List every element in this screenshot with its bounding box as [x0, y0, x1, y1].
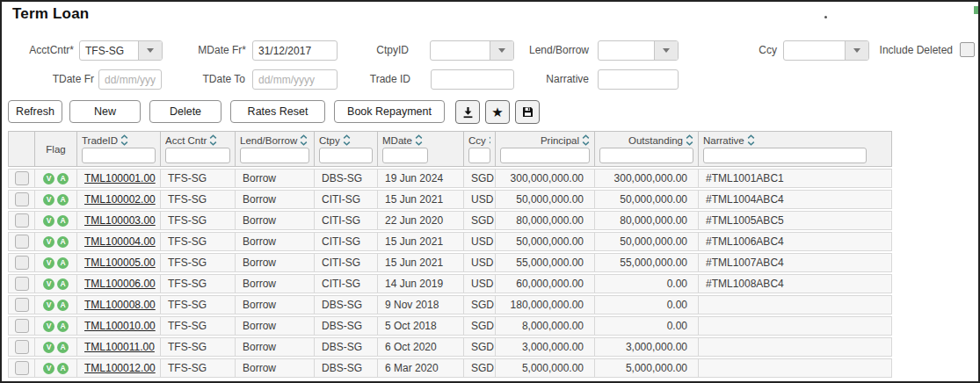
favorite-button[interactable]: ★ — [485, 100, 510, 124]
dropdown-caret-button[interactable] — [138, 41, 162, 60]
ctpy-filter-input[interactable] — [319, 148, 373, 163]
outstanding-cell: 50,000,000.00 — [595, 233, 699, 250]
mdate-fr-input[interactable] — [252, 40, 338, 61]
acct-cntr-filter-input[interactable] — [165, 148, 230, 163]
row-checkbox[interactable] — [15, 235, 29, 249]
row-checkbox[interactable] — [15, 256, 29, 270]
outstanding-cell: 300,000,000.00 — [595, 170, 699, 187]
principal-column-header[interactable]: Principal — [496, 132, 595, 166]
sort-icon[interactable] — [582, 134, 590, 146]
dropdown-caret-button[interactable] — [490, 41, 513, 60]
trade-id-link[interactable]: TML100010.00 — [84, 320, 156, 332]
table-row[interactable]: V A TML100004.00 TFS-SG Borrow CITI-SG 1… — [8, 232, 892, 251]
narrative-input[interactable] — [598, 69, 679, 90]
trade-id-input[interactable] — [431, 69, 514, 90]
tradeid-filter-input[interactable] — [82, 148, 156, 163]
row-checkbox[interactable] — [15, 361, 29, 375]
narrative-cell: #TML1005ABC5 — [699, 212, 893, 229]
row-checkbox[interactable] — [15, 192, 29, 206]
row-checkbox[interactable] — [15, 171, 29, 185]
new-button[interactable]: New — [69, 100, 141, 123]
sort-icon[interactable] — [747, 134, 755, 146]
trade-id-link[interactable]: TML100008.00 — [84, 299, 156, 311]
principal-filter-input[interactable] — [500, 148, 590, 163]
table-row[interactable]: V A TML100010.00 TFS-SG Borrow DBS-SG 5 … — [8, 316, 892, 336]
acctcntr-dropdown[interactable]: TFS-SG — [79, 40, 163, 61]
sort-icon[interactable] — [489, 134, 490, 146]
principal-cell: 60,000,000.00 — [496, 275, 595, 293]
download-button[interactable] — [455, 100, 480, 124]
narrative-filter-input[interactable] — [703, 148, 867, 163]
tdate-to-input[interactable] — [252, 69, 338, 90]
ccy-dropdown[interactable] — [783, 40, 869, 61]
lend-borrow-dropdown[interactable] — [598, 40, 679, 61]
tradeid-column-header[interactable]: TradeID — [77, 132, 161, 166]
table-row[interactable]: V A TML100005.00 TFS-SG Borrow CITI-SG 1… — [8, 253, 892, 272]
validated-flag-icon: V — [43, 363, 54, 374]
row-checkbox[interactable] — [15, 298, 29, 312]
ccy-cell: SGD — [464, 359, 496, 377]
row-checkbox[interactable] — [15, 277, 29, 291]
validated-flag-icon: V — [43, 300, 54, 311]
ctpy-cell: CITI-SG — [315, 212, 378, 229]
acct-cntr-column-header[interactable]: Acct Cntr — [161, 132, 236, 166]
table-row[interactable]: V A TML100001.00 TFS-SG Borrow DBS-SG 19… — [8, 169, 892, 188]
table-row[interactable]: V A TML100011.00 TFS-SG Borrow DBS-SG 6 … — [8, 337, 892, 357]
outstanding-cell: 0.00 — [595, 296, 699, 314]
lend-borrow-filter-input[interactable] — [240, 148, 309, 163]
ccy-value — [784, 41, 845, 60]
table-row[interactable]: V A TML100012.00 TFS-SG Borrow DBS-SG 6 … — [8, 358, 892, 378]
save-button[interactable] — [515, 100, 540, 124]
table-row[interactable]: V A TML100003.00 TFS-SG Borrow CITI-SG 2… — [8, 211, 892, 230]
sort-icon[interactable] — [209, 134, 217, 146]
mdate-column-header[interactable]: MDate — [378, 132, 464, 166]
trade-id-link[interactable]: TML100011.00 — [84, 341, 155, 353]
delete-button[interactable]: Delete — [149, 100, 221, 123]
lend-borrow-column-header[interactable]: Lend/Borrow — [236, 132, 315, 166]
table-row[interactable]: V A TML100002.00 TFS-SG Borrow CITI-SG 1… — [8, 190, 892, 209]
refresh-button[interactable]: Refresh — [8, 100, 62, 123]
ccy-cell: USD — [464, 233, 496, 250]
ctpy-cell: DBS-SG — [315, 338, 378, 356]
ccy-cell: SGD — [464, 317, 496, 335]
rates-reset-button[interactable]: Rates Reset — [230, 100, 325, 123]
sort-icon[interactable] — [686, 134, 693, 146]
row-checkbox[interactable] — [15, 319, 29, 333]
book-repayment-button[interactable]: Book Repayment — [334, 100, 445, 123]
authorized-flag-icon: A — [57, 342, 69, 353]
outstanding-filter-input[interactable] — [599, 148, 693, 163]
ccy-filter-input[interactable] — [468, 148, 490, 163]
trade-id-link[interactable]: TML100006.00 — [84, 278, 156, 290]
narrative-column-header[interactable]: Narrative — [699, 132, 893, 166]
trade-id-link[interactable]: TML100012.00 — [84, 362, 156, 374]
acct-cntr-cell: TFS-SG — [161, 317, 236, 335]
table-row[interactable]: V A TML100008.00 TFS-SG Borrow DBS-SG 9 … — [8, 295, 892, 314]
trade-id-link[interactable]: TML100003.00 — [84, 214, 156, 227]
trade-id-link[interactable]: TML100005.00 — [84, 257, 156, 269]
ctpyid-dropdown[interactable] — [430, 40, 514, 61]
mdate-fr-label: MDate Fr* — [169, 40, 246, 61]
ccy-column-header[interactable]: Ccy — [464, 132, 496, 166]
dropdown-caret-button[interactable] — [654, 41, 678, 60]
trade-id-link[interactable]: TML100001.00 — [84, 172, 156, 184]
row-checkbox[interactable] — [15, 340, 29, 354]
row-checkbox[interactable] — [15, 213, 29, 228]
ctpy-column-header[interactable]: Ctpy — [315, 132, 378, 166]
trade-id-link[interactable]: TML100002.00 — [84, 193, 156, 206]
caret-down-icon — [498, 48, 505, 53]
ctpy-cell: DBS-SG — [315, 296, 378, 314]
sort-icon[interactable] — [343, 134, 351, 146]
tdate-fr-input[interactable] — [98, 69, 162, 90]
include-deleted-checkbox[interactable] — [960, 42, 975, 57]
sort-icon[interactable] — [120, 134, 128, 146]
table-row[interactable]: V A TML100006.00 TFS-SG Borrow CITI-SG 1… — [8, 274, 892, 293]
narrative-label: Narrative — [512, 69, 589, 90]
outstanding-column-header[interactable]: Outstanding — [595, 132, 699, 166]
authorized-flag-icon: A — [57, 236, 69, 248]
trade-id-link[interactable]: TML100004.00 — [84, 235, 156, 248]
ccy-cell: USD — [464, 254, 496, 271]
dropdown-caret-button[interactable] — [845, 41, 868, 60]
mdate-filter-input[interactable] — [382, 148, 428, 163]
sort-icon[interactable] — [300, 134, 308, 146]
sort-icon[interactable] — [415, 134, 423, 146]
